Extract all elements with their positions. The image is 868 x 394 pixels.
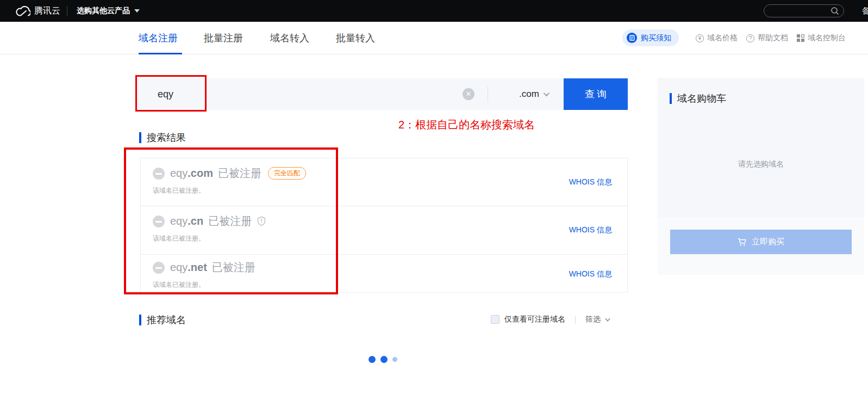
domain-subnav: 域名注册 批量注册 域名转入 批量转入 购买须知 ¥ 域名价格 ? 帮助文档: [0, 22, 868, 54]
cutoff-text: 备: [862, 6, 868, 16]
cart-empty-text: 请先选购域名: [658, 159, 864, 169]
domain-status: 已被注册: [212, 260, 255, 275]
loader-dot: [369, 356, 376, 363]
topbar-search[interactable]: [764, 4, 844, 17]
result-row-eqy-net: eqy.net 已被注册 该域名已被注册。 WHOIS 信息: [141, 254, 627, 293]
caret-down-icon: [134, 9, 140, 13]
result-row-eqy-com: eqy.com 已被注册 完全匹配 该域名已被注册。 WHOIS 信息: [141, 158, 627, 206]
question-circle-icon: ?: [746, 34, 754, 42]
controls-divider: [575, 316, 576, 324]
domain-registration-page: 腾讯云 选购其他云产品 备 域名注册 批量注册 域名转入 批量转入: [0, 0, 868, 394]
filter-label: 筛选: [585, 315, 601, 324]
unavailable-icon: [153, 168, 165, 180]
chevron-down-icon: [605, 316, 610, 322]
console-grid-icon: [797, 34, 804, 42]
tab-batch-register[interactable]: 批量注册: [204, 22, 243, 54]
loading-dots: [369, 356, 397, 363]
domain-search-bar: ✕ .com: [136, 78, 564, 110]
domain-price-label: 域名价格: [707, 33, 738, 43]
domain-status: 已被注册: [208, 214, 252, 229]
search-divider: [488, 86, 488, 102]
purchase-notice-label: 购买须知: [641, 33, 671, 43]
loader-dot: [380, 356, 388, 363]
loader-dot: [392, 357, 397, 362]
other-products-menu[interactable]: 选购其他云产品: [77, 0, 140, 22]
whois-link[interactable]: WHOIS 信息: [569, 177, 612, 187]
domain-cart-panel: 域名购物车 请先选购域名 立即购买: [658, 78, 864, 275]
cart-icon: [738, 238, 747, 247]
result-title: eqy.com 已被注册 完全匹配: [170, 166, 306, 181]
domain-tld: .cn: [188, 215, 203, 227]
topbar-search-input[interactable]: [771, 7, 830, 14]
whois-link[interactable]: WHOIS 信息: [569, 225, 612, 235]
purchase-notice-button[interactable]: 购买须知: [622, 29, 679, 46]
notice-doc-icon: [627, 33, 637, 43]
filter-dropdown[interactable]: 筛选: [585, 315, 609, 324]
tab-domain-transfer[interactable]: 域名转入: [270, 22, 309, 54]
help-docs-link[interactable]: ? 帮助文档: [746, 22, 788, 54]
brand-text: 腾讯云: [34, 5, 60, 17]
domain-search-input[interactable]: [158, 86, 440, 102]
search-results-header: 搜索结果: [139, 131, 186, 144]
result-row-eqy-cn: eqy.cn 已被注册 该域名已被注册。 WHOIS 信息: [141, 206, 627, 254]
search-icon: [830, 7, 839, 15]
shield-info-icon[interactable]: [257, 216, 266, 226]
domain-console-link[interactable]: 域名控制台: [797, 22, 846, 54]
domain-name: eqy: [170, 261, 188, 274]
registrable-only-checkbox[interactable]: [491, 315, 499, 324]
topbar-divider: [67, 6, 67, 16]
tencent-cloud-logo[interactable]: 腾讯云: [15, 0, 60, 22]
tld-selected-value: .com: [519, 89, 539, 100]
help-docs-label: 帮助文档: [758, 33, 788, 43]
cloud-logo-icon: [15, 6, 30, 16]
cart-title: 域名购物车: [677, 92, 726, 105]
chevron-down-icon: [544, 90, 549, 96]
result-note: 该域名已被注册。: [153, 186, 205, 195]
buy-now-label: 立即购买: [752, 237, 784, 247]
topbar: 腾讯云 选购其他云产品 备: [0, 0, 868, 22]
result-note: 该域名已被注册。: [153, 280, 205, 290]
section-accent-bar: [139, 132, 141, 143]
tab-batch-transfer[interactable]: 批量转入: [336, 22, 375, 54]
recommended-header: 推荐域名: [139, 313, 186, 327]
domain-name: eqy: [170, 167, 188, 180]
result-title: eqy.net 已被注册: [170, 260, 255, 275]
unavailable-icon: [153, 262, 165, 274]
domain-price-link[interactable]: ¥ 域名价格: [696, 22, 738, 54]
query-button[interactable]: 查询: [564, 78, 628, 110]
section-accent-bar: [670, 93, 672, 104]
search-results-panel: eqy.com 已被注册 完全匹配 该域名已被注册。 WHOIS 信息 eqy.…: [140, 158, 628, 293]
domain-name: eqy: [170, 215, 188, 227]
exact-match-badge: 完全匹配: [268, 167, 306, 180]
domain-tld: .net: [188, 261, 207, 274]
registrable-only-label[interactable]: 仅查看可注册域名: [504, 315, 565, 324]
active-tab-underline: [139, 53, 182, 54]
clear-icon[interactable]: ✕: [463, 88, 474, 100]
whois-link[interactable]: WHOIS 信息: [569, 269, 612, 279]
tld-select[interactable]: .com: [503, 78, 564, 110]
section-accent-bar: [139, 315, 141, 325]
unavailable-icon: [153, 216, 165, 227]
recommend-controls: 仅查看可注册域名 筛选: [491, 315, 609, 324]
tab-domain-register[interactable]: 域名注册: [139, 22, 178, 54]
cart-header: 域名购物车: [670, 92, 726, 105]
domain-status: 已被注册: [218, 166, 261, 181]
yuan-circle-icon: ¥: [696, 34, 704, 42]
buy-now-button[interactable]: 立即购买: [670, 230, 852, 254]
recommended-title: 推荐域名: [147, 313, 186, 327]
annotation-step-text: 2：根据自己的名称搜索域名: [398, 118, 535, 132]
domain-console-label: 域名控制台: [808, 33, 846, 43]
result-note: 该域名已被注册。: [153, 234, 205, 243]
result-title: eqy.cn 已被注册: [170, 214, 266, 229]
domain-tld: .com: [188, 167, 213, 180]
other-products-label: 选购其他云产品: [77, 6, 130, 16]
search-results-title: 搜索结果: [147, 131, 186, 144]
